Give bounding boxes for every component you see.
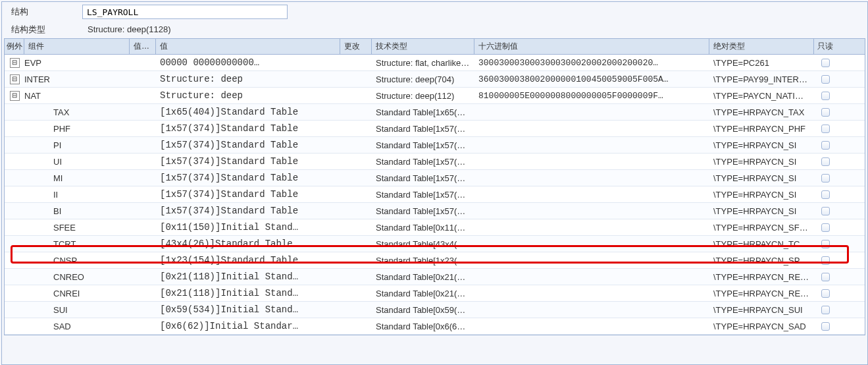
col-exception[interactable]: 例外 [5, 39, 24, 54]
component-cell[interactable]: SFEE [24, 221, 130, 234]
component-cell[interactable]: NAT [24, 90, 130, 102]
readonly-cell[interactable] [814, 239, 836, 250]
readonly-cell[interactable] [814, 222, 836, 233]
readonly-cell[interactable] [814, 304, 836, 316]
table-row[interactable]: ⊟NATStructure: deepStructure: deep(112)8… [5, 88, 865, 104]
readonly-cell[interactable] [814, 173, 836, 184]
component-cell[interactable]: PI [24, 139, 130, 152]
checkbox-icon[interactable] [821, 190, 830, 199]
checkbox-icon[interactable] [821, 141, 830, 150]
component-cell[interactable]: CNREI [24, 287, 130, 300]
value-cell[interactable]: [1x23(154)]Standard Table [156, 254, 340, 267]
readonly-cell[interactable] [814, 288, 836, 299]
value-cell[interactable]: [0x59(534)]Initial Stand… [156, 303, 340, 316]
value-cell[interactable]: Structure: deep [156, 72, 340, 86]
value-cell[interactable]: [1x57(374)]Standard Table [156, 138, 340, 152]
readonly-cell[interactable] [814, 321, 836, 332]
col-change[interactable]: 更改 [340, 39, 372, 54]
table-row[interactable]: SFEE[0x11(150)]Initial Stand…Standard Ta… [5, 219, 865, 236]
readonly-cell[interactable] [814, 189, 836, 200]
checkbox-icon[interactable] [821, 92, 830, 100]
table-row[interactable]: PHF[1x57(374)]Standard TableStandard Tab… [5, 121, 865, 137]
value-cell[interactable]: [43x4(26)]Standard Table [156, 237, 340, 250]
table-row[interactable]: PI[1x57(374)]Standard TableStandard Tabl… [5, 137, 865, 154]
value-cell[interactable]: [1x57(374)]Standard Table [156, 155, 340, 168]
col-value[interactable]: 值 [156, 39, 340, 54]
checkbox-icon[interactable] [821, 207, 830, 215]
table-row[interactable]: SAD[0x6(62)]Initial Standar…Standard Tab… [5, 318, 865, 335]
checkbox-icon[interactable] [821, 256, 830, 265]
checkbox-icon[interactable] [821, 273, 830, 281]
readonly-cell[interactable] [814, 206, 836, 217]
col-valshort[interactable]: 值… [130, 39, 156, 54]
expand-toggle[interactable]: ⊟ [5, 57, 24, 69]
value-cell[interactable]: [0x21(118)]Initial Stand… [156, 270, 340, 283]
readonly-cell[interactable] [814, 107, 836, 118]
table-row[interactable]: CNREO[0x21(118)]Initial Stand…Standard T… [5, 269, 865, 285]
table-row[interactable]: CNREI[0x21(118)]Initial Stand…Standard T… [5, 285, 865, 302]
collapse-icon[interactable]: ⊟ [10, 74, 20, 84]
table-row[interactable]: TCRT[43x4(26)]Standard TableStandard Tab… [5, 236, 865, 252]
component-cell[interactable]: TCRT [24, 238, 130, 250]
checkbox-icon[interactable] [821, 289, 830, 298]
component-cell[interactable]: EVP [24, 57, 130, 69]
component-cell[interactable]: II [24, 188, 130, 201]
component-cell[interactable]: SUI [24, 304, 130, 316]
checkbox-icon[interactable] [821, 157, 830, 166]
value-cell[interactable]: Structure: deep [156, 89, 340, 102]
table-row[interactable]: ⊟EVP00000 00000000000…Structure: flat, c… [5, 55, 865, 71]
col-techtype[interactable]: 技术类型 [372, 39, 474, 54]
table-row[interactable]: UI[1x57(374)]Standard TableStandard Tabl… [5, 154, 865, 170]
component-cell[interactable]: BI [24, 205, 130, 217]
col-readonly[interactable]: 只读 [814, 39, 836, 54]
value-cell[interactable]: [1x57(374)]Standard Table [156, 171, 340, 184]
component-cell[interactable]: CNREO [24, 271, 130, 283]
table-row[interactable]: TAX[1x65(404)]Standard TableStandard Tab… [5, 104, 865, 121]
component-cell[interactable]: TAX [24, 106, 130, 119]
col-hex[interactable]: 十六进制值 [474, 39, 709, 54]
collapse-icon[interactable]: ⊟ [10, 91, 20, 101]
component-cell[interactable]: CNSP [24, 254, 130, 267]
checkbox-icon[interactable] [821, 240, 830, 248]
checkbox-icon[interactable] [821, 125, 830, 133]
readonly-cell[interactable] [814, 74, 836, 85]
col-abstype[interactable]: 绝对类型 [709, 39, 814, 54]
readonly-cell[interactable] [814, 255, 836, 266]
checkbox-icon[interactable] [821, 306, 830, 314]
value-cell[interactable]: [0x11(150)]Initial Stand… [156, 221, 340, 234]
table-row[interactable]: SUI[0x59(534)]Initial Stand…Standard Tab… [5, 302, 865, 318]
component-cell[interactable]: MI [24, 172, 130, 184]
value-cell[interactable]: [1x65(404)]Standard Table [156, 105, 340, 119]
component-cell[interactable]: SAD [24, 320, 130, 333]
col-component[interactable]: 组件 [24, 39, 130, 54]
component-cell[interactable]: PHF [24, 123, 130, 135]
component-cell[interactable]: INTER [24, 73, 130, 86]
table-row[interactable]: BI[1x57(374)]Standard TableStandard Tabl… [5, 203, 865, 219]
readonly-cell[interactable] [814, 140, 836, 151]
table-row[interactable]: CNSP[1x23(154)]Standard TableStandard Ta… [5, 252, 865, 269]
table-row[interactable]: II[1x57(374)]Standard TableStandard Tabl… [5, 186, 865, 203]
checkbox-icon[interactable] [821, 75, 830, 84]
component-cell[interactable]: UI [24, 155, 130, 168]
readonly-cell[interactable] [814, 90, 836, 101]
readonly-cell[interactable] [814, 123, 836, 134]
checkbox-icon[interactable] [821, 322, 830, 331]
value-cell[interactable]: [0x6(62)]Initial Standar… [156, 320, 340, 333]
table-row[interactable]: MI[1x57(374)]Standard TableStandard Tabl… [5, 170, 865, 186]
checkbox-icon[interactable] [821, 108, 830, 117]
structure-input[interactable] [82, 5, 288, 19]
checkbox-icon[interactable] [821, 174, 830, 182]
expand-toggle[interactable]: ⊟ [5, 73, 24, 86]
expand-toggle[interactable]: ⊟ [5, 90, 24, 102]
readonly-cell[interactable] [814, 271, 836, 283]
value-cell[interactable]: 00000 00000000000… [156, 56, 340, 69]
collapse-icon[interactable]: ⊟ [10, 58, 20, 68]
value-cell[interactable]: [1x57(374)]Standard Table [156, 122, 340, 135]
readonly-cell[interactable] [814, 57, 836, 69]
checkbox-icon[interactable] [821, 223, 830, 232]
readonly-cell[interactable] [814, 156, 836, 167]
value-cell[interactable]: [1x57(374)]Standard Table [156, 188, 340, 201]
value-cell[interactable]: [1x57(374)]Standard Table [156, 204, 340, 217]
table-row[interactable]: ⊟INTERStructure: deepStructure: deep(704… [5, 71, 865, 88]
value-cell[interactable]: [0x21(118)]Initial Stand… [156, 287, 340, 300]
